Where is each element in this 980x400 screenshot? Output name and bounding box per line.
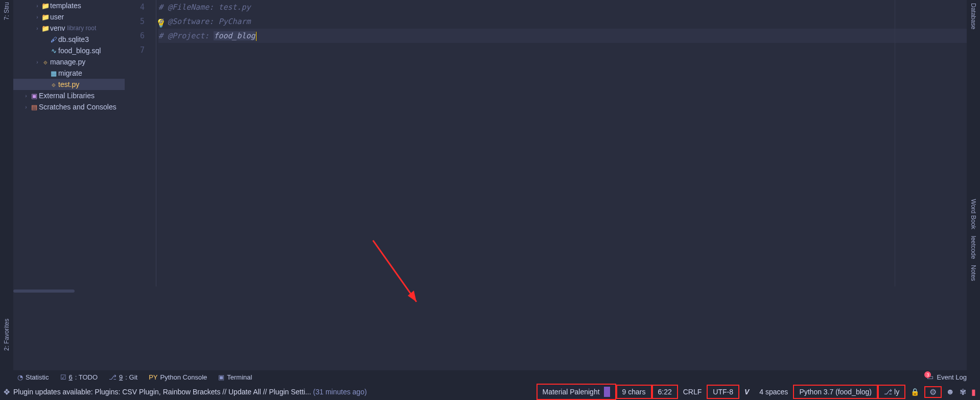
- status-bar: ❖ Plugin updates available: Plugins: CSV…: [0, 384, 980, 400]
- tree-scrollbar[interactable]: [13, 290, 75, 293]
- python-icon: PY: [149, 373, 157, 381]
- event-log-tab[interactable]: ▭ 3 Event Log: [926, 373, 967, 381]
- tree-label: test.py: [58, 80, 79, 88]
- tab-label: : Git: [125, 373, 137, 381]
- theme-accent-swatch: [604, 387, 610, 397]
- project-tree[interactable]: › 📁 templates › 📁 user › 📁 venv library …: [13, 0, 125, 286]
- tree-item-sql[interactable]: ∿ food_blog.sql: [13, 45, 125, 56]
- folder-icon: 📁: [41, 25, 50, 32]
- tab-hotkey: 9: [119, 373, 123, 381]
- git-branch-indicator[interactable]: ⎇ ly: [878, 385, 905, 399]
- assistant-icon[interactable]: ☻: [946, 387, 954, 397]
- line-number: 6 ⊟: [125, 29, 156, 43]
- tree-label: db.sqlite3: [58, 35, 89, 43]
- tree-item-manage[interactable]: › ⟐ manage.py: [13, 56, 125, 68]
- terminal-icon: ▣: [218, 373, 224, 381]
- git-branch-icon: ⎇: [884, 388, 892, 396]
- settings-icon[interactable]: ⚙: [929, 387, 937, 397]
- tab-label: Event Log: [937, 373, 967, 381]
- tree-hint: library root: [67, 25, 97, 32]
- terminal-tab[interactable]: ▣ Terminal: [218, 373, 252, 381]
- status-tail-icons-2: ☻ ✾ ▮: [942, 387, 980, 397]
- code-line-current: # @Project: food_blog: [158, 29, 967, 43]
- tree-label: Scratches and Consoles: [39, 103, 116, 111]
- tab-label: Statistic: [26, 373, 49, 381]
- event-log-icon: ▭ 3: [926, 373, 934, 381]
- tab-hotkey: 6: [69, 373, 73, 381]
- line-separator[interactable]: CRLF: [678, 386, 707, 398]
- code-line: # @FileName: test.py: [158, 0, 967, 14]
- readonly-indicator[interactable]: 🔒: [905, 386, 924, 398]
- status-tail-icons: ⚙: [924, 386, 942, 398]
- structure-tool-button[interactable]: 7: Stru: [0, 0, 13, 22]
- tree-label: migrate: [58, 69, 82, 77]
- migrate-icon: ▦: [49, 70, 58, 77]
- notification-icon[interactable]: ▮: [971, 387, 976, 397]
- chevron-right-icon[interactable]: ›: [34, 3, 41, 9]
- file-encoding[interactable]: UTF-8: [707, 385, 739, 399]
- tree-item-scratches[interactable]: › ▤ Scratches and Consoles: [13, 101, 125, 113]
- tree-item-venv[interactable]: › 📁 venv library root: [13, 23, 125, 34]
- indent-indicator[interactable]: 4 spaces: [754, 386, 793, 398]
- tree-label: food_blog.sql: [58, 47, 101, 55]
- status-message-time: (31 minutes ago): [313, 388, 367, 396]
- leetcode-tool-button[interactable]: leetcode: [967, 233, 980, 262]
- tree-item-db[interactable]: 🖋 db.sqlite3: [13, 34, 125, 45]
- sql-file-icon: ∿: [49, 47, 58, 55]
- bottom-tool-tabs: ◔ Statistic ☑ 6: TODO ⎇ 9: Git PY Python…: [13, 370, 967, 384]
- todo-tab[interactable]: ☑ 6: TODO: [60, 373, 98, 381]
- chevron-right-icon[interactable]: ›: [22, 104, 30, 110]
- tree-label: External Libraries: [39, 92, 95, 100]
- branch-name: ly: [894, 388, 899, 396]
- chevron-right-icon[interactable]: ›: [22, 93, 30, 99]
- selection-chars[interactable]: 9 chars: [616, 385, 652, 399]
- scratches-icon: ▤: [30, 103, 39, 111]
- tab-label: Terminal: [227, 373, 252, 381]
- python-file-icon: ⟐: [49, 81, 58, 88]
- status-message[interactable]: Plugin updates available: Plugins: CSV P…: [13, 388, 370, 396]
- chevron-right-icon[interactable]: ›: [34, 59, 41, 65]
- theme-label: Material Palenight: [543, 388, 600, 396]
- tree-label: manage.py: [50, 58, 85, 66]
- notes-tool-button[interactable]: Notes: [967, 262, 980, 284]
- folder-icon: 📁: [41, 13, 50, 21]
- editor-gutter: 4 5 💡 6 ⊟ 7: [125, 0, 156, 286]
- line-number: 5 💡: [125, 14, 156, 29]
- tree-label: user: [50, 13, 64, 21]
- right-margin-guide: [895, 0, 895, 286]
- theme-indicator[interactable]: Material Palenight: [536, 384, 616, 400]
- git-branch-icon: ⎇: [109, 373, 116, 381]
- tab-label: : TODO: [75, 373, 98, 381]
- caret: [256, 32, 256, 41]
- wordbook-tool-button[interactable]: Word Book: [967, 196, 980, 232]
- chevron-right-icon[interactable]: ›: [34, 26, 41, 31]
- left-tool-strip: 7: Stru 2: Favorites ★: [0, 0, 13, 400]
- paw-icon[interactable]: ✾: [960, 387, 966, 397]
- tree-item-test-py[interactable]: ⟐ test.py: [13, 79, 125, 90]
- tree-label: venv: [50, 24, 65, 32]
- folder-icon: 📁: [41, 2, 50, 10]
- svg-marker-1: [408, 291, 416, 302]
- caret-position[interactable]: 6:22: [652, 385, 678, 399]
- todo-icon: ☑: [60, 373, 66, 381]
- vim-indicator[interactable]: V: [739, 386, 754, 398]
- line-number: 4: [125, 0, 156, 14]
- tree-item-migrate[interactable]: ▦ migrate: [13, 68, 125, 79]
- tree-label: templates: [50, 2, 81, 10]
- chevron-right-icon[interactable]: ›: [34, 14, 41, 20]
- status-layers-icon[interactable]: ❖: [0, 387, 13, 397]
- statistic-tab[interactable]: ◔ Statistic: [17, 373, 49, 381]
- python-console-tab[interactable]: PY Python Console: [149, 373, 207, 381]
- favorites-tool-button[interactable]: 2: Favorites: [0, 317, 13, 353]
- tree-item-templates[interactable]: › 📁 templates: [13, 0, 125, 11]
- tree-item-user[interactable]: › 📁 user: [13, 11, 125, 23]
- code-editor[interactable]: 4 5 💡 6 ⊟ 7 # @FileName: test.py # @Soft…: [125, 0, 967, 286]
- statistic-icon: ◔: [17, 373, 23, 381]
- line-number: 7: [125, 43, 156, 57]
- interpreter-indicator[interactable]: Python 3.7 (food_blog): [793, 385, 878, 399]
- libraries-icon: ▣: [30, 92, 39, 100]
- editor-code-area[interactable]: # @FileName: test.py # @Software: PyChar…: [158, 0, 967, 57]
- database-tool-button[interactable]: Database: [967, 0, 980, 32]
- tree-item-external-libs[interactable]: › ▣ External Libraries: [13, 90, 125, 101]
- git-tab[interactable]: ⎇ 9: Git: [109, 373, 137, 381]
